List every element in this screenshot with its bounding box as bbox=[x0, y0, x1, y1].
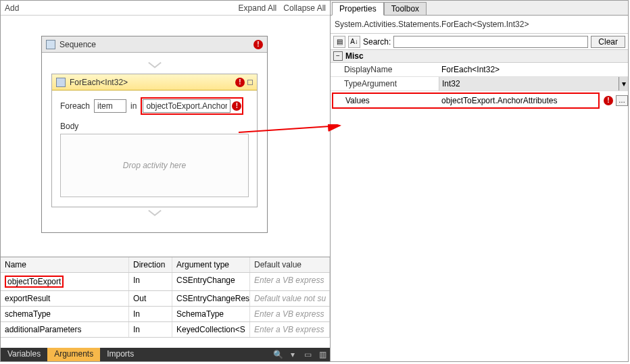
argument-name[interactable]: objectToExport bbox=[1, 273, 129, 290]
foreach-activity[interactable]: ForEach<Int32> ! Foreach in bbox=[51, 74, 258, 207]
foreach-label: Foreach bbox=[60, 101, 90, 111]
add-button[interactable]: Add bbox=[5, 3, 19, 13]
argument-row[interactable]: schemaTypeInSchemaTypeEnter a VB express bbox=[1, 307, 330, 322]
search-icon[interactable]: 🔍 bbox=[270, 348, 285, 361]
foreach-title: ForEach<Int32> bbox=[70, 78, 235, 87]
designer-canvas[interactable]: Sequence ! ForEach<Int32> ! bbox=[1, 16, 330, 257]
body-drop-zone[interactable]: Drop activity here bbox=[60, 134, 249, 197]
tab-toolbox[interactable]: Toolbox bbox=[384, 2, 427, 16]
foreach-icon bbox=[56, 78, 66, 87]
expand-all-button[interactable]: Expand All bbox=[239, 3, 277, 13]
argument-row[interactable]: additionalParametersInKeyedCollection<SE… bbox=[1, 322, 330, 338]
foreach-in-input[interactable] bbox=[143, 99, 231, 113]
argument-type[interactable]: KeyedCollection<S bbox=[172, 322, 250, 337]
prop-values-highlight: Values objectToExport.AnchorAttributes bbox=[332, 93, 600, 109]
ellipsis-button[interactable]: … bbox=[616, 95, 628, 106]
drop-indicator-icon bbox=[51, 59, 258, 74]
argument-direction[interactable]: Out bbox=[129, 291, 172, 306]
tab-properties[interactable]: Properties bbox=[332, 2, 384, 16]
argument-row[interactable]: objectToExportInCSEntryChangeEnter a VB … bbox=[1, 273, 330, 291]
zoom-dropdown[interactable]: ▾ bbox=[285, 348, 300, 361]
tab-variables[interactable]: Variables bbox=[1, 348, 47, 361]
argument-direction[interactable]: In bbox=[129, 322, 172, 337]
fit-screen-icon[interactable]: ▭ bbox=[300, 348, 315, 361]
error-icon: ! bbox=[253, 40, 263, 49]
argument-direction[interactable]: In bbox=[129, 273, 172, 290]
sort-az-icon[interactable]: A↓ bbox=[348, 36, 360, 48]
categorize-icon[interactable]: ▤ bbox=[333, 36, 345, 48]
overview-icon[interactable]: ▥ bbox=[315, 348, 330, 361]
error-icon: ! bbox=[604, 96, 613, 105]
prop-values-label: Values bbox=[333, 94, 439, 107]
body-label: Body bbox=[60, 122, 249, 131]
prop-displayname-value[interactable]: ForEach<Int32> bbox=[439, 63, 502, 76]
tab-arguments[interactable]: Arguments bbox=[47, 348, 100, 361]
collapse-category-icon[interactable]: − bbox=[333, 51, 343, 61]
arguments-panel: Name Direction Argument type Default val… bbox=[1, 257, 330, 348]
col-header-direction[interactable]: Direction bbox=[129, 257, 172, 272]
col-header-name[interactable]: Name bbox=[1, 257, 129, 272]
dropdown-icon[interactable]: ▾ bbox=[619, 77, 628, 90]
sequence-title: Sequence bbox=[59, 40, 253, 49]
sequence-icon bbox=[46, 40, 55, 49]
error-icon: ! bbox=[235, 78, 245, 87]
error-icon: ! bbox=[232, 101, 241, 111]
col-header-default[interactable]: Default value bbox=[250, 257, 330, 272]
drop-indicator-icon bbox=[51, 207, 258, 222]
collapse-all-button[interactable]: Collapse All bbox=[283, 3, 326, 13]
in-label: in bbox=[130, 101, 137, 111]
argument-default[interactable]: Enter a VB express bbox=[250, 322, 330, 337]
argument-name[interactable]: exportResult bbox=[1, 291, 129, 306]
sequence-activity[interactable]: Sequence ! ForEach<Int32> ! bbox=[41, 36, 268, 233]
search-label: Search: bbox=[363, 37, 391, 47]
clear-button[interactable]: Clear bbox=[591, 36, 625, 48]
argument-type[interactable]: CSEntryChange bbox=[172, 273, 250, 290]
argument-default[interactable]: Enter a VB express bbox=[250, 273, 330, 290]
category-misc: Misc bbox=[345, 51, 364, 61]
argument-default[interactable]: Enter a VB express bbox=[250, 307, 330, 321]
chevron-down-icon[interactable] bbox=[247, 80, 253, 85]
foreach-item-input[interactable] bbox=[94, 99, 126, 113]
property-search-input[interactable] bbox=[393, 36, 588, 48]
argument-name[interactable]: schemaType bbox=[1, 307, 129, 321]
tab-imports[interactable]: Imports bbox=[100, 348, 141, 361]
argument-row[interactable]: exportResultOutCSEntryChangeResDefault v… bbox=[1, 291, 330, 307]
argument-type[interactable]: SchemaType bbox=[172, 307, 250, 321]
col-header-type[interactable]: Argument type bbox=[172, 257, 250, 272]
argument-name[interactable]: additionalParameters bbox=[1, 322, 129, 337]
prop-values-value[interactable]: objectToExport.AnchorAttributes bbox=[439, 94, 598, 107]
prop-displayname-label: DisplayName bbox=[331, 63, 439, 76]
prop-typearg-label: TypeArgument bbox=[331, 77, 439, 90]
argument-default[interactable]: Default value not su bbox=[250, 291, 330, 306]
selected-object-type: System.Activities.Statements.ForEach<Sys… bbox=[331, 16, 628, 34]
foreach-in-expression-highlight: ! bbox=[141, 97, 243, 115]
prop-typearg-value[interactable]: Int32 bbox=[439, 77, 619, 90]
argument-direction[interactable]: In bbox=[129, 307, 172, 321]
argument-type[interactable]: CSEntryChangeRes bbox=[172, 291, 250, 306]
argument-name-highlight: objectToExport bbox=[5, 276, 64, 288]
